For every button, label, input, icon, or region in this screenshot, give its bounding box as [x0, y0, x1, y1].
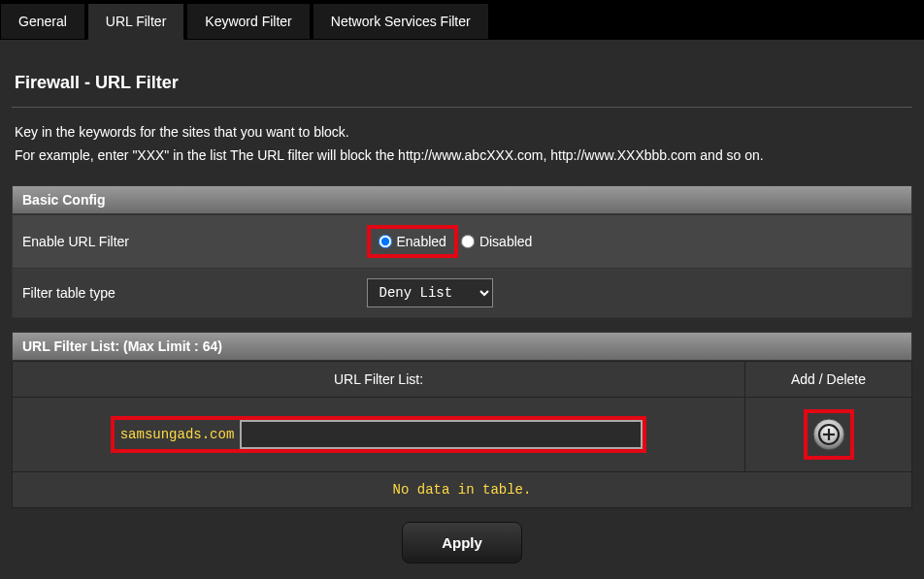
tab-bar: General URL Filter Keyword Filter Networ…	[0, 0, 924, 40]
description-line2: For example, enter "XXX" in the list The…	[15, 145, 909, 168]
url-input-cell: samsungads.com	[13, 397, 745, 471]
add-button[interactable]	[811, 417, 846, 452]
add-button-highlight-box	[804, 409, 854, 460]
url-input-prefix: samsungads.com	[115, 422, 241, 447]
filter-list-table: URL Filter List: Add / Delete samsungads…	[12, 361, 912, 508]
url-input-highlight-box: samsungads.com	[111, 416, 647, 453]
disabled-radio-item[interactable]: Disabled	[461, 234, 532, 249]
apply-button[interactable]: Apply	[402, 522, 522, 563]
enabled-radio-item[interactable]: Enabled	[379, 234, 446, 249]
filter-type-value-cell: Deny List Allow List	[357, 268, 912, 317]
tab-network-services-filter[interactable]: Network Services Filter	[313, 3, 489, 40]
enable-url-filter-value-cell: Enabled Disabled	[357, 214, 912, 268]
basic-config-header: Basic Config	[12, 185, 912, 214]
url-input[interactable]	[240, 420, 643, 449]
tab-keyword-filter[interactable]: Keyword Filter	[186, 3, 310, 40]
filter-list-input-row: samsungads.com	[13, 397, 912, 471]
description-line1: Key in the keywords for the sites that y…	[15, 121, 909, 145]
disabled-radio-label: Disabled	[479, 234, 532, 249]
no-data-message: No data in table.	[13, 471, 912, 507]
description: Key in the keywords for the sites that y…	[12, 121, 912, 168]
add-delete-cell	[745, 397, 912, 471]
filter-type-select[interactable]: Deny List Allow List	[367, 278, 493, 307]
page-title: Firewall - URL Filter	[12, 59, 912, 108]
tab-url-filter[interactable]: URL Filter	[87, 3, 185, 40]
enabled-radio[interactable]	[379, 235, 392, 248]
apply-wrapper: Apply	[12, 522, 912, 563]
content-area: Firewall - URL Filter Key in the keyword…	[0, 40, 924, 579]
no-data-row: No data in table.	[13, 471, 912, 507]
filter-list-header-row: URL Filter List: Add / Delete	[13, 361, 912, 397]
enabled-highlight-box: Enabled	[367, 225, 458, 258]
plus-circle-icon	[811, 417, 846, 452]
filter-type-label: Filter table type	[13, 268, 357, 317]
col-action-header: Add / Delete	[745, 361, 912, 397]
filter-list-header: URL Filter List: (Max Limit : 64)	[12, 332, 912, 361]
enable-url-filter-label: Enable URL Filter	[13, 214, 357, 268]
disabled-radio[interactable]	[461, 235, 475, 248]
col-url-header: URL Filter List:	[13, 361, 745, 397]
enable-radio-group: Enabled Disabled	[367, 225, 903, 258]
enable-url-filter-row: Enable URL Filter Enabled Disabled	[13, 214, 912, 268]
enabled-radio-label: Enabled	[397, 234, 446, 249]
basic-config-table: Enable URL Filter Enabled Disabled	[12, 214, 912, 318]
filter-type-row: Filter table type Deny List Allow List	[13, 268, 912, 317]
tab-general[interactable]: General	[0, 3, 85, 40]
